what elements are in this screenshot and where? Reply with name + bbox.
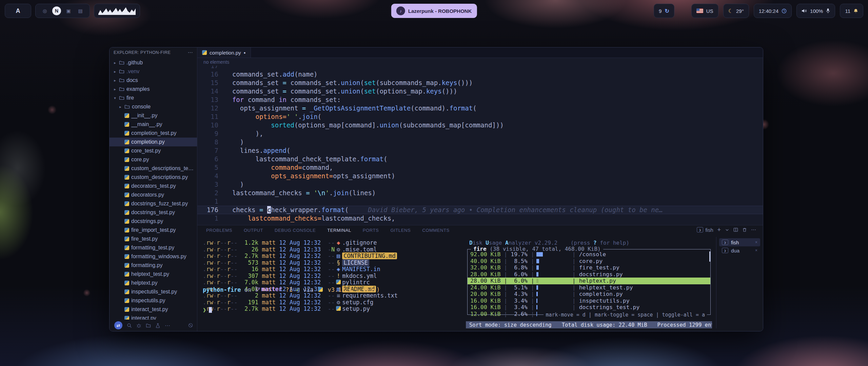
- clock-widget[interactable]: 12:40:24: [754, 4, 792, 18]
- panel-tab-debug-console[interactable]: DEBUG CONSOLE: [275, 228, 316, 233]
- panel-tab-comments[interactable]: COMMENTS: [422, 228, 450, 233]
- notifications-widget[interactable]: 11: [840, 4, 863, 18]
- dua-row-fire_test.py[interactable]: 32.00 KiB | 6.8% || fire_test.py: [468, 264, 710, 271]
- tree-item-inspectutils.py[interactable]: inspectutils.py: [110, 296, 197, 305]
- terminal-tab-fish[interactable]: ❯fish×: [719, 238, 760, 246]
- panel-tab-terminal[interactable]: TERMINAL: [327, 228, 351, 233]
- code-line[interactable]: 13 for command in commands_set:: [197, 96, 763, 104]
- panel-more-icon[interactable]: ⋯: [751, 227, 756, 233]
- tree-item-examples[interactable]: ▸examples: [110, 85, 197, 94]
- code-line[interactable]: 17 """: [197, 66, 763, 70]
- dua-row-docstrings.py[interactable]: 28.00 KiB | 6.0% || docstrings.py: [468, 271, 710, 278]
- dua-row-helptext_test.py[interactable]: 24.00 KiB | 5.1% || helptext_test.py: [468, 284, 710, 291]
- close-terminal-icon[interactable]: ×: [755, 248, 757, 253]
- search-icon[interactable]: [127, 323, 132, 328]
- no-errors-icon[interactable]: [188, 323, 193, 328]
- music-player-widget[interactable]: ♪ Lazerpunk - ROBOPHONK: [391, 4, 477, 18]
- close-terminal-icon[interactable]: ×: [755, 240, 757, 245]
- dua-row-docstrings_test.py[interactable]: 16.00 KiB | 3.4% || docstrings_test.py: [468, 304, 710, 311]
- tree-item-completion_test.py[interactable]: completion_test.py: [110, 129, 197, 138]
- tree-item-docs[interactable]: ▸docs: [110, 76, 197, 85]
- tree-item-decorators.py[interactable]: decorators.py: [110, 190, 197, 199]
- code-line[interactable]: 12 opts_assignment = _GetOptsAssignmentT…: [197, 104, 763, 113]
- tree-item-docstrings_test.py[interactable]: docstrings_test.py: [110, 208, 197, 217]
- terminal-dropdown-chevron-icon[interactable]: [725, 228, 729, 232]
- tree-item-interact.py[interactable]: interact.py: [110, 314, 197, 320]
- dua-pane[interactable]: Disk Usage Analyzer v2.29.2 (press ? for…: [466, 240, 712, 330]
- code-line[interactable]: 8 ): [197, 138, 763, 146]
- panel-tab-output[interactable]: OUTPUT: [244, 228, 263, 233]
- debug-icon[interactable]: [136, 323, 141, 328]
- split-terminal-icon[interactable]: [733, 227, 738, 232]
- tree-item-console[interactable]: ▸console: [110, 102, 197, 111]
- tree-item-helptext_test.py[interactable]: helptext_test.py: [110, 270, 197, 279]
- tree-item-__init__.py[interactable]: __init__.py: [110, 111, 197, 120]
- code-line[interactable]: 2 lastcommand_checks = '\n'.join(lines): [197, 189, 763, 197]
- more-icon[interactable]: ⋯: [165, 322, 170, 329]
- code-line[interactable]: 15 commands_set = commands_set.union(set…: [197, 79, 763, 87]
- remote-badge[interactable]: ⇄: [114, 321, 122, 329]
- tree-item-formatting_test.py[interactable]: formatting_test.py: [110, 243, 197, 252]
- keyboard-layout-widget[interactable]: US: [691, 4, 718, 18]
- workspace-n-button[interactable]: N: [52, 6, 61, 15]
- code-line[interactable]: 4 opts_assignment=opts_assignment): [197, 172, 763, 180]
- code-line[interactable]: 6 lastcommand_check_template.format(: [197, 155, 763, 163]
- panel-tab-gitlens[interactable]: GITLENS: [390, 228, 411, 233]
- system-graph-widget[interactable]: [94, 4, 140, 18]
- code-editor[interactable]: 17 """16 commands_set.add(name)15 comman…: [197, 66, 763, 225]
- updates-widget[interactable]: 9 ↻: [654, 4, 674, 18]
- tab-completion-py[interactable]: completion.py ●: [197, 47, 251, 58]
- dua-row-completion.py[interactable]: 20.00 KiB | 4.3% || completion.py: [468, 291, 710, 298]
- tree-item-docstrings_fuzz_test.py[interactable]: docstrings_fuzz_test.py: [110, 199, 197, 208]
- app-launcher-button[interactable]: A: [5, 4, 31, 18]
- terminal-tab-dua[interactable]: ❯dua×: [719, 246, 760, 255]
- code-line[interactable]: 176 checks = check_wrapper.format( David…: [197, 206, 763, 214]
- code-line[interactable]: 10 sorted(options_map[command].union(sub…: [197, 121, 763, 129]
- tree-item-.github[interactable]: ▸.github: [110, 58, 197, 67]
- files-icon[interactable]: [146, 323, 151, 328]
- tree-item-fire_test.py[interactable]: fire_test.py: [110, 235, 197, 243]
- code-line[interactable]: 11 options=' '.join(: [197, 113, 763, 121]
- workspace-circle-button[interactable]: ◎: [40, 6, 49, 15]
- tree-item-helptext.py[interactable]: helptext.py: [110, 279, 197, 287]
- dua-row-core.py[interactable]: 40.00 KiB | 8.5% || core.py: [468, 258, 710, 265]
- workspace-grid-button[interactable]: ▣: [64, 6, 73, 15]
- panel-tab-problems[interactable]: PROBLEMS: [206, 228, 232, 233]
- tree-item-formatting_windows.py[interactable]: formatting_windows.py: [110, 252, 197, 261]
- tree-item-interact_test.py[interactable]: interact_test.py: [110, 305, 197, 314]
- tree-item-fire_import_test.py[interactable]: fire_import_test.py: [110, 226, 197, 235]
- code-line[interactable]: 7 lines.append(: [197, 146, 763, 155]
- modified-dot-icon[interactable]: ●: [244, 51, 246, 55]
- tree-item-completion.py[interactable]: completion.py: [110, 138, 197, 146]
- dua-row-helptext.py[interactable]: 28.00 KiB | 6.0% || helptext.py: [468, 278, 710, 284]
- tree-item-docstrings.py[interactable]: docstrings.py: [110, 217, 197, 226]
- explorer-more-icon[interactable]: ⋯: [188, 49, 193, 56]
- shell-prompt[interactable]: python-fire on master ?1 ✓ via v3.12.4 (…: [203, 273, 380, 326]
- tree-item-custom_descriptions_test.py[interactable]: custom_descriptions_test.py: [110, 164, 197, 173]
- beaker-icon[interactable]: [155, 323, 160, 328]
- code-line[interactable]: 1: [197, 197, 763, 206]
- dua-row-inspectutils.py[interactable]: 16.00 KiB | 3.4% || inspectutils.py: [468, 298, 710, 304]
- kill-terminal-icon[interactable]: [742, 227, 747, 232]
- tree-item-core_test.py[interactable]: core_test.py: [110, 146, 197, 155]
- terminal-profile-button[interactable]: ❯ fish: [697, 227, 713, 233]
- tree-item-formatting.py[interactable]: formatting.py: [110, 261, 197, 270]
- tree-item-.venv[interactable]: ▸.venv: [110, 67, 197, 76]
- code-line[interactable]: 16 commands_set.add(name): [197, 70, 763, 79]
- tree-item-fire[interactable]: ▾fire: [110, 94, 197, 102]
- code-line[interactable]: 1 lastcommand_checks=lastcommand_checks,: [197, 214, 763, 223]
- code-line[interactable]: 9 ),: [197, 129, 763, 138]
- code-line[interactable]: 5 command=command,: [197, 163, 763, 172]
- code-line[interactable]: 3 ): [197, 180, 763, 189]
- tree-item-__main__.py[interactable]: __main__.py: [110, 120, 197, 129]
- tree-item-custom_descriptions.py[interactable]: custom_descriptions.py: [110, 173, 197, 182]
- audio-widget[interactable]: 100%: [796, 4, 835, 18]
- weather-widget[interactable]: ☾ 29°: [723, 4, 749, 18]
- tree-item-inspectutils_test.py[interactable]: inspectutils_test.py: [110, 287, 197, 296]
- workspace-file-button[interactable]: ▤: [76, 6, 85, 15]
- code-line[interactable]: 14 commands_set = commands_set.union(set…: [197, 87, 763, 96]
- new-terminal-button[interactable]: +: [717, 227, 721, 233]
- tree-item-core.py[interactable]: core.py: [110, 155, 197, 164]
- tree-item-decorators_test.py[interactable]: decorators_test.py: [110, 182, 197, 190]
- panel-tab-ports[interactable]: PORTS: [363, 228, 379, 233]
